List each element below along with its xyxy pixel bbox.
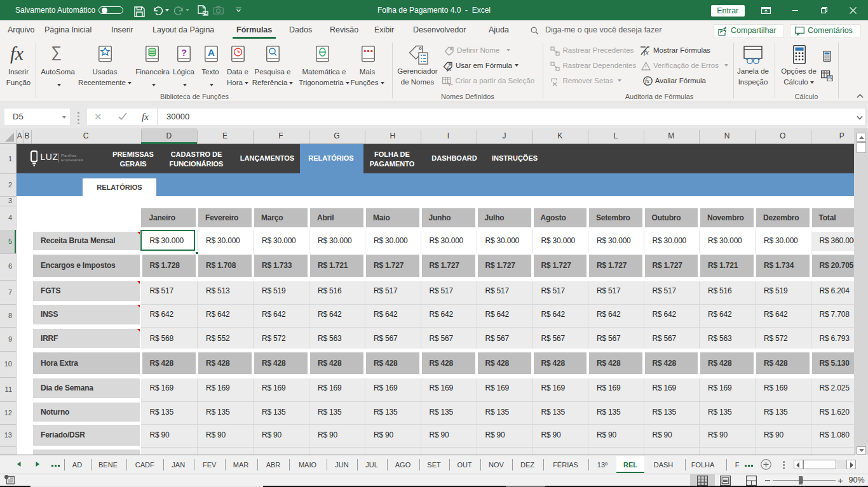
svg-text:?: ?	[181, 47, 187, 58]
svg-text:fx: fx	[644, 48, 649, 56]
svg-text:fx: fx	[447, 65, 452, 72]
svg-text:A: A	[208, 47, 215, 58]
svg-text:fx: fx	[645, 78, 650, 84]
